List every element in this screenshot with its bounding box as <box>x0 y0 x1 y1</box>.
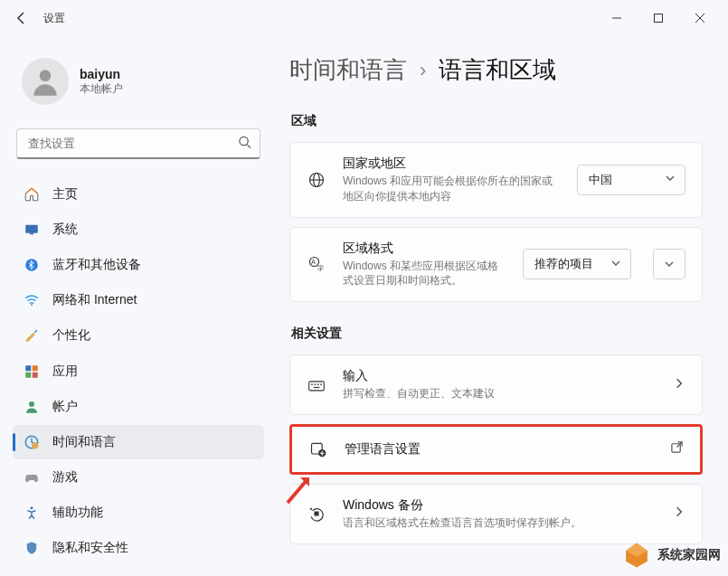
svg-point-15 <box>29 401 34 407</box>
profile-block[interactable]: baiyun 本地帐户 <box>13 47 264 121</box>
sidebar: baiyun 本地帐户 主页 系统 蓝牙和其他设备 <box>0 36 271 576</box>
format-icon: A字 <box>307 254 326 274</box>
svg-rect-25 <box>309 381 325 390</box>
card-sub: 语言和区域格式在检查语言首选项时保存到帐户。 <box>343 515 657 531</box>
highlight-box: 管理语言设置 <box>289 424 703 475</box>
sidebar-item-accessibility[interactable]: 辅助功能 <box>13 496 264 530</box>
sidebar-item-label: 时间和语言 <box>52 434 116 450</box>
profile-name: baiyun <box>80 67 123 81</box>
chevron-down-icon <box>665 173 676 186</box>
sidebar-item-label: 网络和 Internet <box>52 292 137 308</box>
svg-rect-14 <box>33 372 38 377</box>
admin-language-icon <box>308 439 328 459</box>
svg-text:字: 字 <box>317 265 324 271</box>
svg-rect-1 <box>655 14 663 23</box>
expand-button[interactable] <box>653 249 685 279</box>
minimize-icon <box>612 14 621 23</box>
sidebar-item-gaming[interactable]: 游戏 <box>13 461 264 495</box>
maximize-button[interactable] <box>638 4 679 33</box>
watermark-text: 系统家园网 <box>657 547 721 563</box>
sidebar-item-personalization[interactable]: 个性化 <box>13 319 264 353</box>
chevron-down-icon <box>610 258 621 271</box>
search-icon[interactable] <box>238 136 251 153</box>
back-button[interactable] <box>7 4 36 33</box>
close-icon <box>695 14 704 23</box>
app-title: 设置 <box>43 11 65 26</box>
sidebar-item-label: 帐户 <box>52 399 78 415</box>
card-sub: 拼写检查、自动更正、文本建议 <box>343 386 657 401</box>
accounts-icon <box>24 399 40 415</box>
card-sub: Windows 和应用可能会根据你所在的国家或地区向你提供本地内容 <box>343 174 561 204</box>
bluetooth-icon <box>24 257 40 273</box>
sidebar-item-time-language[interactable]: 时间和语言 <box>13 425 264 458</box>
sidebar-item-apps[interactable]: 应用 <box>13 354 264 388</box>
card-country-region: 国家或地区 Windows 和应用可能会根据你所在的国家或地区向你提供本地内容 … <box>289 142 703 218</box>
maximize-icon <box>654 14 663 23</box>
svg-rect-7 <box>25 225 38 233</box>
back-arrow-icon <box>14 11 29 25</box>
home-icon <box>24 186 40 203</box>
dropdown-value: 中国 <box>589 172 612 188</box>
sidebar-item-bluetooth[interactable]: 蓝牙和其他设备 <box>13 248 264 281</box>
shield-icon <box>24 540 40 556</box>
card-regional-format: A字 区域格式 Windows 和某些应用根据区域格式设置日期和时间格式。 推荐… <box>289 227 703 303</box>
gaming-icon <box>24 469 40 486</box>
format-dropdown[interactable]: 推荐的项目 <box>523 249 631 279</box>
person-icon <box>28 64 62 99</box>
backup-icon <box>307 504 326 524</box>
external-link-icon <box>670 440 684 458</box>
keyboard-icon <box>307 375 326 395</box>
svg-rect-13 <box>25 372 31 377</box>
dropdown-value: 推荐的项目 <box>534 256 593 272</box>
sidebar-item-privacy[interactable]: 隐私和安全性 <box>13 532 264 565</box>
svg-point-17 <box>32 442 39 449</box>
sidebar-item-home[interactable]: 主页 <box>13 177 264 211</box>
close-button[interactable] <box>679 4 721 33</box>
svg-rect-11 <box>25 365 31 371</box>
accessibility-icon <box>24 505 40 521</box>
minimize-button[interactable] <box>596 4 638 33</box>
card-typing[interactable]: 输入 拼写检查、自动更正、文本建议 <box>289 354 703 415</box>
card-sub: Windows 和某些应用根据区域格式设置日期和时间格式。 <box>343 259 506 289</box>
system-icon <box>24 222 40 238</box>
profile-sub: 本地帐户 <box>80 81 123 97</box>
svg-rect-12 <box>33 365 38 371</box>
search-wrap <box>16 128 260 159</box>
chevron-right-icon <box>673 377 685 393</box>
sidebar-item-label: 游戏 <box>52 469 78 486</box>
card-title: Windows 备份 <box>343 497 657 514</box>
sidebar-item-accounts[interactable]: 帐户 <box>13 390 264 423</box>
sidebar-item-network[interactable]: 网络和 Internet <box>13 284 264 317</box>
breadcrumb: 时间和语言 › 语言和区域 <box>289 54 703 86</box>
card-title: 输入 <box>343 368 657 384</box>
chevron-down-icon <box>664 259 675 269</box>
sidebar-item-system[interactable]: 系统 <box>13 212 264 246</box>
svg-point-5 <box>240 137 248 145</box>
svg-rect-34 <box>315 512 319 516</box>
sidebar-item-label: 系统 <box>52 222 78 238</box>
globe-icon <box>307 170 326 190</box>
search-input[interactable] <box>16 128 260 159</box>
wifi-icon <box>24 292 40 308</box>
svg-line-6 <box>247 145 251 148</box>
avatar <box>22 58 69 105</box>
breadcrumb-parent[interactable]: 时间和语言 <box>289 54 407 86</box>
sidebar-item-label: 应用 <box>52 364 78 380</box>
sidebar-item-label: 辅助功能 <box>52 505 103 521</box>
sidebar-item-label: 主页 <box>52 186 78 203</box>
sidebar-item-label: 隐私和安全性 <box>52 540 128 556</box>
annotation-arrow-icon <box>282 474 315 506</box>
watermark-logo-icon <box>621 540 652 571</box>
section-region: 区域 <box>291 113 703 129</box>
titlebar: 设置 <box>0 0 728 36</box>
section-related: 相关设置 <box>291 326 703 342</box>
card-admin-language-settings[interactable]: 管理语言设置 <box>292 427 700 472</box>
sidebar-item-label: 个性化 <box>52 327 90 344</box>
apps-icon <box>24 364 40 380</box>
country-dropdown[interactable]: 中国 <box>577 165 685 195</box>
main-content: 时间和语言 › 语言和区域 区域 国家或地区 Windows 和应用可能会根据你… <box>271 36 728 576</box>
card-windows-backup[interactable]: Windows 备份 语言和区域格式在检查语言首选项时保存到帐户。 <box>289 484 703 544</box>
svg-text:A: A <box>311 259 316 265</box>
chevron-right-icon <box>673 505 685 522</box>
sidebar-item-label: 蓝牙和其他设备 <box>52 257 141 273</box>
